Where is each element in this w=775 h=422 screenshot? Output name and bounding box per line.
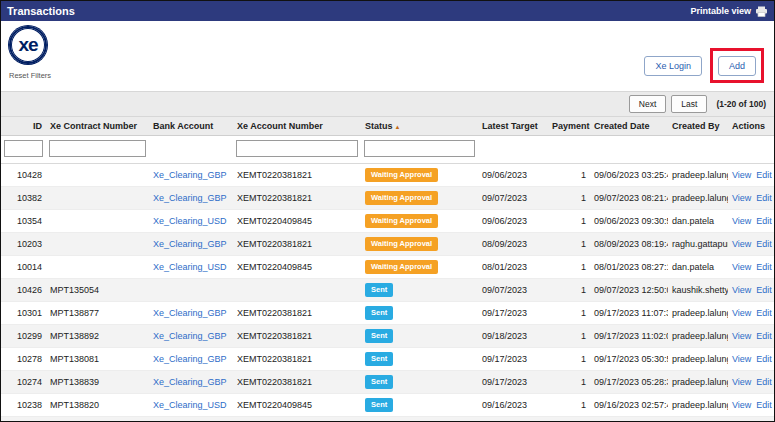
cell-created-date: 09/07/2023 12:50:08 <box>590 279 668 302</box>
id-filter-input[interactable] <box>4 140 43 157</box>
view-link[interactable]: View <box>732 400 751 410</box>
bank-account-link[interactable]: Xe_Clearing_GBP <box>153 170 227 180</box>
cell-latest-target: 09/16/2023 <box>478 394 548 417</box>
printable-view-label: Printable view <box>690 6 751 16</box>
column-header-id[interactable]: ID <box>1 117 46 136</box>
cell-contract-number: MPT135054 <box>46 279 149 302</box>
cell-payments: 1 <box>548 210 590 233</box>
cell-id: 10354 <box>1 210 46 233</box>
view-link[interactable]: View <box>732 331 751 341</box>
column-header-payments[interactable]: Payments <box>548 117 590 136</box>
view-link[interactable]: View <box>732 377 751 387</box>
cell-actions: ViewEdit <box>728 187 774 210</box>
printable-view-link[interactable]: Printable view <box>690 6 768 17</box>
transactions-table: ID Xe Contract Number Bank Account Xe Ac… <box>1 117 774 422</box>
table-row: 10301MPT138877Xe_Clearing_GBPXEMT0220381… <box>1 302 774 325</box>
edit-link[interactable]: Edit <box>756 170 772 180</box>
cell-latest-target: 09/06/2023 <box>478 164 548 187</box>
edit-link[interactable]: Edit <box>756 331 772 341</box>
cell-account-number: XEMT0220381821 <box>233 187 361 210</box>
column-header-created-by[interactable]: Created By <box>668 117 728 136</box>
cell-created-by: pradeep.lalung <box>668 348 728 371</box>
last-page-button[interactable]: Last <box>671 95 707 113</box>
table-row: 10203Xe_Clearing_GBPXEMT0220381821Waitin… <box>1 233 774 256</box>
pagination-bar: Next Last (1-20 of 100) <box>1 91 774 117</box>
cell-bank-account <box>149 279 233 302</box>
bank-account-link[interactable]: Xe_Clearing_GBP <box>153 377 227 387</box>
bank-account-link[interactable]: Xe_Clearing_GBP <box>153 331 227 341</box>
cell-bank-account: Xe_Clearing_GBP <box>149 348 233 371</box>
cell-created-date: 09/07/2023 08:21:41 <box>590 187 668 210</box>
cell-payments: 1 <box>548 279 590 302</box>
view-link[interactable]: View <box>732 262 751 272</box>
bank-account-link[interactable]: Xe_Clearing_USD <box>153 262 227 272</box>
cell-id: 10236 <box>1 417 46 422</box>
view-link[interactable]: View <box>732 239 751 249</box>
cell-actions: ViewEdit <box>728 417 774 422</box>
xe-login-button[interactable]: Xe Login <box>644 56 702 76</box>
cell-created-date: 09/17/2023 11:02:06 <box>590 325 668 348</box>
edit-link[interactable]: Edit <box>756 216 772 226</box>
bank-account-link[interactable]: Xe_Clearing_GBP <box>153 354 227 364</box>
cell-actions: ViewEdit <box>728 302 774 325</box>
status-column-label: Status <box>365 121 393 131</box>
cell-payments: 1 <box>548 164 590 187</box>
column-header-created-date[interactable]: Created Date <box>590 117 668 136</box>
cell-latest-target: 08/01/2023 <box>478 256 548 279</box>
edit-link[interactable]: Edit <box>756 400 772 410</box>
bank-account-link[interactable]: Xe_Clearing_USD <box>153 216 227 226</box>
bank-account-link[interactable]: Xe_Clearing_GBP <box>153 239 227 249</box>
cell-status: Sent <box>361 302 478 325</box>
reset-filters-link[interactable]: Reset Filters <box>9 71 51 80</box>
view-link[interactable]: View <box>732 285 751 295</box>
printer-icon <box>755 6 768 17</box>
cell-id: 10203 <box>1 233 46 256</box>
edit-link[interactable]: Edit <box>756 308 772 318</box>
edit-link[interactable]: Edit <box>756 354 772 364</box>
table-body: 10428Xe_Clearing_GBPXEMT0220381821Waitin… <box>1 164 774 422</box>
cell-latest-target: 09/07/2023 <box>478 187 548 210</box>
cell-actions: ViewEdit <box>728 348 774 371</box>
cell-created-date: 09/16/2023 02:47:57 <box>590 417 668 422</box>
cell-latest-target: 08/09/2023 <box>478 233 548 256</box>
edit-link[interactable]: Edit <box>756 285 772 295</box>
account-filter-input[interactable] <box>236 140 358 157</box>
column-header-bank[interactable]: Bank Account <box>149 117 233 136</box>
cell-account-number: XEMT0220409845 <box>233 394 361 417</box>
edit-link[interactable]: Edit <box>756 262 772 272</box>
edit-link[interactable]: Edit <box>756 193 772 203</box>
cell-account-number: XEMT0220381821 <box>233 233 361 256</box>
column-header-account[interactable]: Xe Account Number <box>233 117 361 136</box>
cell-id: 10382 <box>1 187 46 210</box>
edit-link[interactable]: Edit <box>756 377 772 387</box>
cell-status: Waiting Approval <box>361 233 478 256</box>
cell-actions: ViewEdit <box>728 371 774 394</box>
view-link[interactable]: View <box>732 193 751 203</box>
cell-status: Sent <box>361 279 478 302</box>
bank-account-link[interactable]: Xe_Clearing_GBP <box>153 308 227 318</box>
column-header-target[interactable]: Latest Target <box>478 117 548 136</box>
next-page-button[interactable]: Next <box>629 95 666 113</box>
add-button-highlight: Add <box>710 48 764 83</box>
contract-filter-input[interactable] <box>49 140 146 157</box>
bank-account-link[interactable]: Xe_Clearing_USD <box>153 400 227 410</box>
view-link[interactable]: View <box>732 216 751 226</box>
cell-account-number: XEMT0220381821 <box>233 164 361 187</box>
column-header-status[interactable]: Status▲ <box>361 117 478 136</box>
cell-created-by: pradeep.lalung <box>668 164 728 187</box>
view-link[interactable]: View <box>732 354 751 364</box>
cell-id: 10278 <box>1 348 46 371</box>
cell-contract-number <box>46 233 149 256</box>
view-link[interactable]: View <box>732 308 751 318</box>
cell-bank-account: Xe_Clearing_GBP <box>149 233 233 256</box>
cell-created-by: kaushik.shetty <box>668 279 728 302</box>
filter-row <box>1 136 774 164</box>
bank-account-link[interactable]: Xe_Clearing_GBP <box>153 193 227 203</box>
edit-link[interactable]: Edit <box>756 239 772 249</box>
cell-payments: 1 <box>548 187 590 210</box>
cell-payments: 1 <box>548 325 590 348</box>
status-filter-input[interactable] <box>364 140 475 157</box>
view-link[interactable]: View <box>732 170 751 180</box>
column-header-contract[interactable]: Xe Contract Number <box>46 117 149 136</box>
add-button[interactable]: Add <box>718 56 756 76</box>
